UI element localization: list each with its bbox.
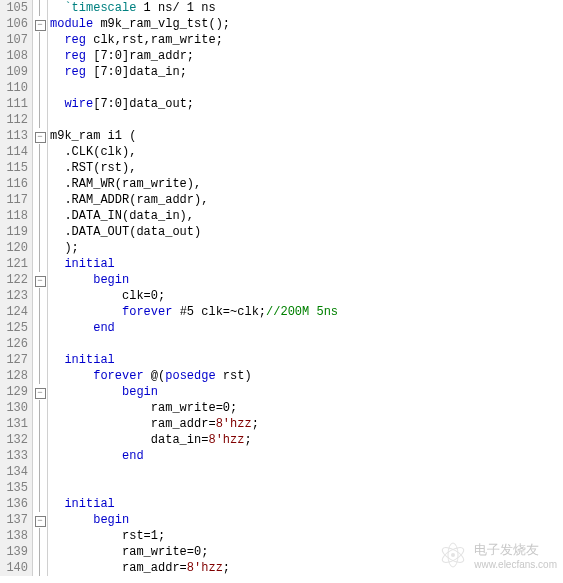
fold-toggle-icon[interactable]: − [33,512,48,528]
code-line[interactable]: 114 .CLK(clk), [0,144,563,160]
code-editor[interactable]: 105 `timescale 1 ns/ 1 ns106−module m9k_… [0,0,563,576]
code-line[interactable]: 111 wire[7:0]data_out; [0,96,563,112]
token-kw: forever [93,369,143,383]
code-line[interactable]: 138 rst=1; [0,528,563,544]
fold-toggle-icon[interactable]: − [33,128,48,144]
line-number: 123 [0,288,33,304]
fold-line-icon [33,176,48,192]
code-text[interactable]: begin [48,272,129,288]
fold-toggle-icon[interactable]: − [33,272,48,288]
token-norm [50,497,64,511]
code-text[interactable]: .DATA_IN(data_in), [48,208,194,224]
code-text[interactable]: reg [7:0]ram_addr; [48,48,194,64]
line-number: 114 [0,144,33,160]
token-norm: ram_write=0; [50,401,237,415]
code-text[interactable]: ram_write=0; [48,544,208,560]
code-text[interactable]: initial [48,352,115,368]
code-line[interactable]: 124 forever #5 clk=~clk;//200M 5ns [0,304,563,320]
token-kw: posedge [165,369,215,383]
code-text[interactable]: ram_addr=8'hzz; [48,416,259,432]
code-line[interactable]: 135 [0,480,563,496]
code-text[interactable]: ); [48,240,79,256]
code-text[interactable]: begin [48,384,158,400]
code-line[interactable]: 128 forever @(posedge rst) [0,368,563,384]
line-number: 135 [0,480,33,496]
fold-toggle-icon[interactable]: − [33,384,48,400]
code-text[interactable] [48,112,50,128]
code-line[interactable]: 119 .DATA_OUT(data_out) [0,224,563,240]
code-text[interactable] [48,464,50,480]
code-line[interactable]: 118 .DATA_IN(data_in), [0,208,563,224]
code-line[interactable]: 129− begin [0,384,563,400]
code-line[interactable]: 113−m9k_ram i1 ( [0,128,563,144]
line-number: 112 [0,112,33,128]
code-line[interactable]: 116 .RAM_WR(ram_write), [0,176,563,192]
token-norm [50,321,93,335]
code-line[interactable]: 115 .RST(rst), [0,160,563,176]
code-line[interactable]: 140 ram_addr=8'hzz; [0,560,563,576]
code-line[interactable]: 109 reg [7:0]data_in; [0,64,563,80]
code-line[interactable]: 122− begin [0,272,563,288]
code-line[interactable]: 136 initial [0,496,563,512]
code-text[interactable]: end [48,320,115,336]
code-text[interactable]: reg clk,rst,ram_write; [48,32,223,48]
fold-line-icon [33,48,48,64]
fold-line-icon [33,496,48,512]
fold-toggle-icon[interactable]: − [33,16,48,32]
code-text[interactable]: .RST(rst), [48,160,136,176]
code-line[interactable]: 117 .RAM_ADDR(ram_addr), [0,192,563,208]
line-number: 113 [0,128,33,144]
token-norm: m9k_ram i1 ( [50,129,136,143]
code-text[interactable]: clk=0; [48,288,165,304]
code-line[interactable]: 134 [0,464,563,480]
code-line[interactable]: 126 [0,336,563,352]
code-text[interactable]: module m9k_ram_vlg_tst(); [48,16,230,32]
code-line[interactable]: 132 data_in=8'hzz; [0,432,563,448]
code-text[interactable]: forever @(posedge rst) [48,368,252,384]
code-text[interactable]: .CLK(clk), [48,144,136,160]
code-text[interactable]: rst=1; [48,528,165,544]
line-number: 115 [0,160,33,176]
code-line[interactable]: 105 `timescale 1 ns/ 1 ns [0,0,563,16]
token-norm [50,305,122,319]
token-kw: end [122,449,144,463]
code-text[interactable]: .RAM_ADDR(ram_addr), [48,192,208,208]
code-text[interactable]: reg [7:0]data_in; [48,64,187,80]
token-kw: end [93,321,115,335]
code-line[interactable]: 110 [0,80,563,96]
code-text[interactable] [48,336,50,352]
fold-line-icon [33,80,48,96]
code-line[interactable]: 125 end [0,320,563,336]
code-line[interactable]: 123 clk=0; [0,288,563,304]
code-line[interactable]: 121 initial [0,256,563,272]
code-text[interactable]: data_in=8'hzz; [48,432,252,448]
code-text[interactable]: `timescale 1 ns/ 1 ns [48,0,216,16]
code-text[interactable]: initial [48,496,115,512]
code-text[interactable]: end [48,448,144,464]
code-line[interactable]: 133 end [0,448,563,464]
code-line[interactable]: 106−module m9k_ram_vlg_tst(); [0,16,563,32]
code-line[interactable]: 120 ); [0,240,563,256]
fold-line-icon [33,192,48,208]
code-text[interactable] [48,480,50,496]
code-text[interactable]: ram_write=0; [48,400,237,416]
code-line[interactable]: 127 initial [0,352,563,368]
code-line[interactable]: 108 reg [7:0]ram_addr; [0,48,563,64]
code-text[interactable]: forever #5 clk=~clk;//200M 5ns [48,304,338,320]
code-text[interactable]: .DATA_OUT(data_out) [48,224,201,240]
code-text[interactable]: ram_addr=8'hzz; [48,560,230,576]
code-line[interactable]: 112 [0,112,563,128]
code-line[interactable]: 137− begin [0,512,563,528]
code-text[interactable]: m9k_ram i1 ( [48,128,136,144]
token-norm: .RAM_WR(ram_write), [50,177,201,191]
code-line[interactable]: 107 reg clk,rst,ram_write; [0,32,563,48]
token-kw: module [50,17,93,31]
code-text[interactable]: wire[7:0]data_out; [48,96,194,112]
code-line[interactable]: 130 ram_write=0; [0,400,563,416]
code-line[interactable]: 139 ram_write=0; [0,544,563,560]
code-text[interactable]: .RAM_WR(ram_write), [48,176,201,192]
code-line[interactable]: 131 ram_addr=8'hzz; [0,416,563,432]
code-text[interactable] [48,80,50,96]
code-text[interactable]: begin [48,512,129,528]
code-text[interactable]: initial [48,256,115,272]
